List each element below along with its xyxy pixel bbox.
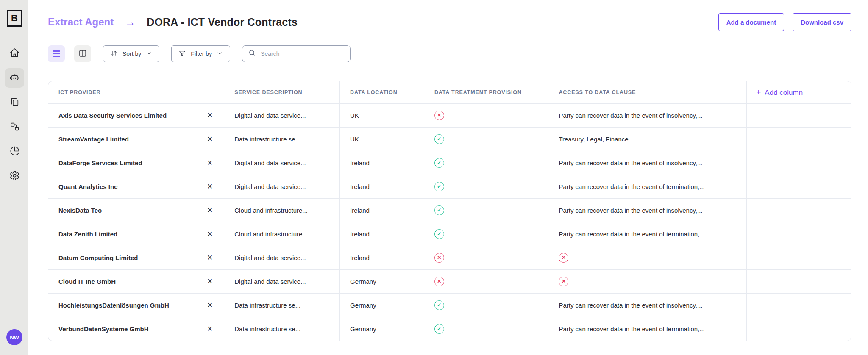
breadcrumb-extract-agent[interactable]: Extract Agent	[48, 16, 114, 28]
workflow-icon	[9, 121, 20, 133]
service-description-cell[interactable]: Cloud and infrastructure...	[224, 198, 340, 222]
empty-cell	[747, 103, 851, 127]
remove-row-icon[interactable]: ✕	[207, 253, 213, 262]
table-body: Axis Data Security Services Limited ✕ Di…	[48, 103, 851, 341]
treatment-status-icon: ✕	[434, 111, 444, 120]
data-treatment-cell[interactable]: ✕	[424, 269, 548, 293]
data-location-cell[interactable]: Germany	[340, 317, 424, 341]
column-header-ict-provider[interactable]: ICT PROVIDER	[48, 81, 224, 103]
data-location-cell[interactable]: Ireland	[340, 175, 424, 198]
data-location-cell[interactable]: Ireland	[340, 198, 424, 222]
access-clause-cell[interactable]: ✕	[548, 246, 747, 269]
contracts-table: ICT PROVIDER SERVICE DESCRIPTION DATA LO…	[48, 81, 851, 341]
split-view-toggle[interactable]	[74, 45, 91, 62]
gear-icon	[9, 170, 20, 183]
sort-by-dropdown[interactable]: Sort by	[103, 45, 159, 62]
table-row: DataForge Services Limited ✕ Digital and…	[48, 151, 851, 175]
data-treatment-cell[interactable]: ✓	[424, 293, 548, 317]
user-avatar[interactable]: NW	[6, 329, 22, 345]
data-treatment-cell[interactable]: ✕	[424, 103, 548, 127]
table-row: Quant Analytics Inc ✕ Digital and data s…	[48, 175, 851, 198]
chevron-down-icon	[217, 50, 223, 58]
filter-by-dropdown[interactable]: Filter by	[171, 45, 230, 62]
list-view-toggle[interactable]	[48, 45, 65, 62]
empty-cell	[747, 269, 851, 293]
treatment-status-icon: ✓	[434, 229, 444, 239]
remove-row-icon[interactable]: ✕	[207, 111, 213, 120]
service-description-cell[interactable]: Digital and data service...	[224, 103, 340, 127]
remove-row-icon[interactable]: ✕	[207, 182, 213, 191]
remove-row-icon[interactable]: ✕	[207, 206, 213, 215]
column-header-access-to-data-clause[interactable]: ACCESS TO DATA CLAUSE	[548, 81, 747, 103]
data-location-cell[interactable]: Germany	[340, 269, 424, 293]
filter-icon	[178, 50, 186, 58]
service-description-cell[interactable]: Digital and data service...	[224, 151, 340, 175]
access-status-icon: ✕	[559, 253, 568, 263]
main-content: Extract Agent → DORA - ICT Vendor Contra…	[28, 0, 868, 355]
access-clause-cell[interactable]: ✕	[548, 269, 747, 293]
column-header-service-description[interactable]: SERVICE DESCRIPTION	[224, 81, 340, 103]
data-location-cell[interactable]: UK	[340, 103, 424, 127]
data-treatment-cell[interactable]: ✓	[424, 175, 548, 198]
search-input[interactable]	[261, 50, 344, 57]
add-column-label: Add column	[765, 89, 803, 97]
column-header-data-location[interactable]: DATA LOCATION	[340, 81, 424, 103]
service-description-cell[interactable]: Data infrastructure se...	[224, 293, 340, 317]
column-header-data-treatment-provision[interactable]: DATA TREATMENT PROVISION	[424, 81, 548, 103]
brand-logo[interactable]: B	[7, 10, 22, 27]
page-header: Extract Agent → DORA - ICT Vendor Contra…	[48, 12, 851, 32]
access-clause-cell[interactable]: Party can recover data in the event of i…	[548, 103, 747, 127]
data-treatment-cell[interactable]: ✓	[424, 198, 548, 222]
remove-row-icon[interactable]: ✕	[207, 158, 213, 167]
add-document-button[interactable]: Add a document	[718, 13, 785, 31]
sidebar-item-settings[interactable]	[5, 166, 24, 186]
remove-row-icon[interactable]: ✕	[207, 135, 213, 144]
data-treatment-cell[interactable]: ✕	[424, 246, 548, 269]
sort-by-label: Sort by	[122, 50, 141, 57]
data-treatment-cell[interactable]: ✓	[424, 222, 548, 246]
empty-cell	[747, 175, 851, 198]
service-description-cell[interactable]: Digital and data service...	[224, 246, 340, 269]
data-location-cell[interactable]: Ireland	[340, 246, 424, 269]
treatment-status-icon: ✕	[434, 277, 444, 286]
service-description-cell[interactable]: Data infrastructure se...	[224, 317, 340, 341]
sidebar-item-workflows[interactable]	[5, 117, 24, 137]
remove-row-icon[interactable]: ✕	[207, 301, 213, 310]
access-clause-cell[interactable]: Party can recover data in the event of i…	[548, 198, 747, 222]
data-location-cell[interactable]: Ireland	[340, 151, 424, 175]
download-csv-button[interactable]: Download csv	[793, 13, 851, 31]
remove-row-icon[interactable]: ✕	[207, 324, 213, 333]
service-description-cell[interactable]: Cloud and infrastructure...	[224, 222, 340, 246]
remove-row-icon[interactable]: ✕	[207, 277, 213, 286]
access-clause-cell[interactable]: Party can recover data in the event of i…	[548, 293, 747, 317]
sidebar-item-agents[interactable]	[5, 68, 24, 88]
access-clause-cell[interactable]: Party can recover data in the event of t…	[548, 317, 747, 341]
service-description-cell[interactable]: Digital and data service...	[224, 269, 340, 293]
treatment-status-icon: ✓	[434, 134, 444, 144]
sidebar-item-home[interactable]	[5, 44, 24, 63]
add-column-button[interactable]: +Add column	[747, 81, 851, 103]
toolbar: Sort by Filter by	[48, 45, 851, 62]
data-treatment-cell[interactable]: ✓	[424, 151, 548, 175]
sidebar-item-documents[interactable]	[5, 93, 24, 112]
treatment-status-icon: ✓	[434, 324, 444, 334]
access-clause-cell[interactable]: Treasury, Legal, Finance	[548, 127, 747, 151]
remove-row-icon[interactable]: ✕	[207, 230, 213, 239]
service-description-cell[interactable]: Data infrastructure se...	[224, 127, 340, 151]
filter-by-label: Filter by	[191, 50, 212, 57]
access-clause-cell[interactable]: Party can recover data in the event of t…	[548, 175, 747, 198]
provider-name: Axis Data Security Services Limited	[58, 112, 167, 119]
table-row: Data Zenith Limited ✕ Cloud and infrastr…	[48, 222, 851, 246]
table-header-row: ICT PROVIDER SERVICE DESCRIPTION DATA LO…	[48, 81, 851, 103]
sidebar-item-analytics[interactable]	[5, 142, 24, 161]
data-location-cell[interactable]: UK	[340, 127, 424, 151]
data-location-cell[interactable]: Ireland	[340, 222, 424, 246]
access-clause-cell[interactable]: Party can recover data in the event of i…	[548, 151, 747, 175]
service-description-cell[interactable]: Digital and data service...	[224, 175, 340, 198]
data-location-cell[interactable]: Germany	[340, 293, 424, 317]
data-treatment-cell[interactable]: ✓	[424, 127, 548, 151]
data-treatment-cell[interactable]: ✓	[424, 317, 548, 341]
search-box	[242, 45, 351, 62]
provider-name: StreamVantage Limited	[58, 136, 129, 143]
access-clause-cell[interactable]: Party can recover data in the event of t…	[548, 222, 747, 246]
